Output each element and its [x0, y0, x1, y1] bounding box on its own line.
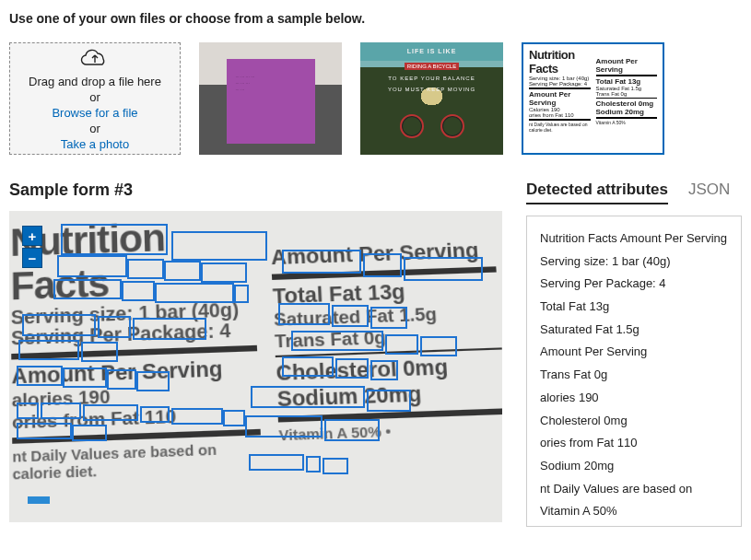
- ocr-box: [278, 303, 330, 325]
- file-dropzone[interactable]: Drag and drop a file here or Browse for …: [9, 42, 181, 155]
- ocr-box: [98, 316, 131, 338]
- ocr-box: [335, 358, 369, 379]
- sample-thumb-2[interactable]: LIFE IS LIKE RIDING A BICYCLE TO KEEP YO…: [360, 42, 503, 155]
- sample-thumb-1[interactable]: ··· ··· ··· ······ ··· ······ ···: [199, 42, 342, 155]
- ocr-box: [245, 415, 323, 438]
- ocr-box: [127, 259, 164, 279]
- tab-json[interactable]: JSON: [688, 181, 730, 204]
- ocr-box: [367, 390, 411, 412]
- result-line: Total Fat 13g: [540, 296, 728, 319]
- ocr-box: [41, 402, 81, 419]
- ocr-box: [57, 255, 127, 277]
- sample-form-title: Sample form #3: [9, 181, 504, 200]
- thumb2-line2: RIDING A BICYCLE: [405, 63, 459, 70]
- result-line: alories 190: [540, 387, 728, 410]
- dropzone-or2: or: [89, 122, 100, 135]
- result-line: Saturated Fat 1.5g: [540, 319, 728, 342]
- ocr-box: [249, 454, 304, 471]
- nf-fatcal: ories from Fat 110: [529, 112, 591, 118]
- ocr-box: [164, 261, 201, 281]
- ocr-box: [171, 408, 223, 425]
- zoom-out-button[interactable]: −: [22, 248, 42, 268]
- ocr-box: [306, 456, 321, 472]
- result-line: Serving size: 1 bar (40g): [540, 251, 728, 274]
- dropzone-or1: or: [89, 90, 100, 104]
- ocr-box: [83, 404, 138, 421]
- ocr-box: [404, 257, 483, 281]
- result-line: Trans Fat 0g: [540, 364, 728, 387]
- results-panel: Nutrition Facts Amount Per Serving Servi…: [526, 216, 742, 527]
- thumb2-line3: TO KEEP YOUR BALANCE: [360, 76, 503, 81]
- ocr-box: [136, 371, 170, 391]
- tab-detected-attributes[interactable]: Detected attributes: [526, 181, 668, 204]
- ocr-box: [385, 334, 418, 355]
- result-line: nt Daily Values are based on: [540, 478, 728, 501]
- samples-row: Drag and drop a file here or Browse for …: [9, 42, 742, 155]
- result-line: Sodium 20mg: [540, 455, 728, 478]
- purple-note-icon: ··· ··· ··· ······ ··· ······ ···: [227, 59, 315, 144]
- ocr-box: [171, 231, 267, 261]
- ocr-box: [18, 340, 79, 360]
- take-photo-link[interactable]: Take a photo: [61, 137, 129, 151]
- result-line: calorie diet.: [540, 523, 728, 527]
- minimap-indicator[interactable]: [28, 496, 50, 504]
- ocr-box: [324, 419, 380, 441]
- nf-va: Vitamin A 50%: [596, 120, 658, 125]
- nf-so: Sodium 20mg: [596, 108, 658, 116]
- ocr-box: [363, 253, 402, 277]
- nf-tf: Total Fat 13g: [596, 77, 658, 86]
- intro-text: Use one of your own files or choose from…: [9, 11, 742, 26]
- thumb2-line1: LIFE IS LIKE: [360, 48, 503, 54]
- ocr-box: [370, 360, 398, 380]
- nf-aps: Amount Per Serving: [529, 90, 591, 107]
- ocr-box: [17, 366, 63, 386]
- dropzone-text: Drag and drop a file here: [29, 75, 161, 88]
- ocr-box: [420, 336, 457, 356]
- ocr-box: [63, 368, 107, 388]
- nf-spp: Serving Per Package: 4: [529, 81, 591, 87]
- ocr-box: [223, 410, 245, 426]
- ocr-box: [22, 314, 96, 336]
- ocr-box: [291, 331, 383, 351]
- image-preview[interactable]: + − Nutrition Facts Serving size: 1 bar …: [9, 211, 502, 522]
- ocr-box: [107, 369, 136, 390]
- sample-thumb-3[interactable]: Nutrition Facts Serving size: 1 bar (40g…: [522, 42, 664, 155]
- ocr-box: [282, 356, 334, 377]
- nf-aps2: Amount Per Serving: [596, 57, 658, 74]
- nf-ch: Cholesterol 0mg: [596, 99, 658, 108]
- result-line: Cholesterol 0mg: [540, 410, 728, 433]
- results-tabs: Detected attributes JSON: [526, 181, 742, 204]
- ocr-box: [81, 342, 118, 362]
- browse-file-link[interactable]: Browse for a file: [52, 106, 137, 120]
- result-line: Nutrition Facts Amount Per Serving: [540, 228, 728, 251]
- ocr-box: [370, 307, 407, 329]
- ocr-box: [155, 283, 234, 303]
- upload-cloud-icon: [80, 46, 110, 71]
- result-line: ories from Fat 110: [540, 432, 728, 455]
- zoom-in-button[interactable]: +: [22, 226, 42, 246]
- ocr-box: [53, 279, 122, 299]
- ocr-box: [122, 281, 155, 301]
- ocr-box: [17, 402, 39, 419]
- ocr-box: [332, 305, 369, 327]
- nf-title: Nutrition Facts: [529, 48, 591, 76]
- ocr-box: [61, 224, 168, 255]
- bicycle-icon: [400, 101, 464, 138]
- ocr-box: [140, 406, 170, 423]
- ocr-box: [72, 425, 107, 441]
- thumb2-line4: YOU MUST KEEP MOVING: [360, 87, 503, 92]
- ocr-box: [234, 285, 249, 303]
- result-line: Amount Per Serving: [540, 341, 728, 364]
- ocr-box: [133, 318, 206, 340]
- nf-dv: nt Daily Values are based on calorie die…: [529, 122, 591, 133]
- result-line: Serving Per Package: 4: [540, 273, 728, 296]
- ocr-box: [323, 458, 348, 474]
- ocr-box: [251, 386, 365, 408]
- ocr-box: [17, 423, 72, 439]
- nf-trf: Trans Fat 0g: [596, 91, 658, 97]
- result-line: Vitamin A 50%: [540, 500, 728, 523]
- ocr-box: [201, 262, 247, 283]
- ocr-box: [282, 250, 361, 274]
